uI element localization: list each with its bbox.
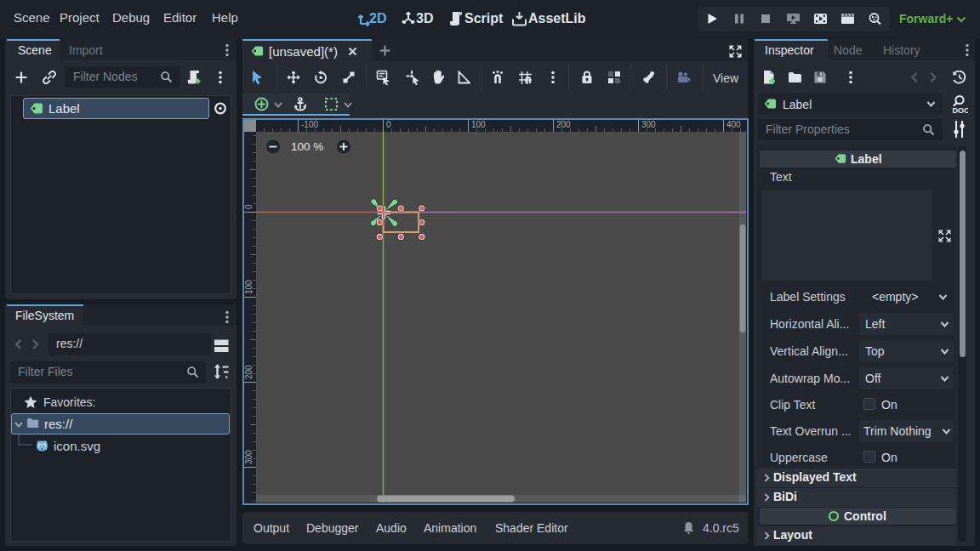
svg-text:200: 200 xyxy=(556,120,571,129)
svg-text:0: 0 xyxy=(386,120,391,129)
svg-text:200: 200 xyxy=(244,365,254,379)
svg-text:0: 0 xyxy=(244,204,254,209)
svg-text:400: 400 xyxy=(726,120,741,129)
svg-text:100: 100 xyxy=(471,120,486,129)
svg-text:100: 100 xyxy=(244,280,254,294)
svg-text:300: 300 xyxy=(244,450,254,464)
svg-text:300: 300 xyxy=(641,120,656,129)
svg-text:-100: -100 xyxy=(301,120,318,129)
svg-text:DOC: DOC xyxy=(953,106,969,115)
svg-text:100 %: 100 % xyxy=(291,140,323,153)
